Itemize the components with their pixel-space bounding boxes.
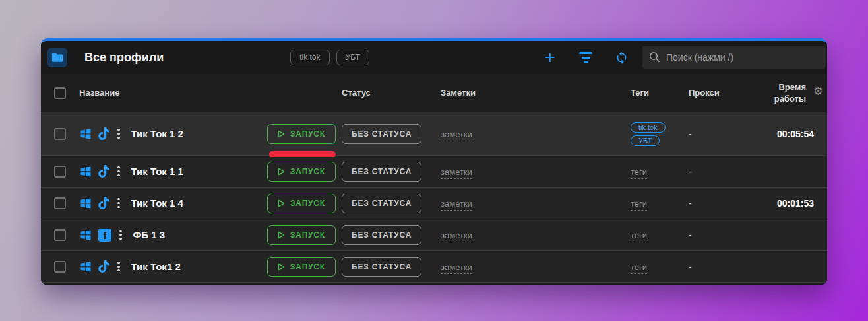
kebab-menu-icon[interactable] [115, 197, 122, 210]
status-button[interactable]: БЕЗ СТАТУСА [342, 124, 421, 144]
notes-link[interactable]: заметки [441, 129, 472, 141]
page-title: Все профили [84, 51, 164, 65]
plus-icon: + [545, 50, 555, 65]
tags-link[interactable]: теги [631, 199, 647, 211]
launch-button[interactable]: ЗАПУСК [267, 162, 336, 182]
kebab-menu-icon[interactable] [115, 260, 122, 273]
header-filter-chips: tik tok УБТ [290, 50, 369, 65]
row-checkbox[interactable] [54, 229, 66, 241]
add-profile-button[interactable]: + [542, 50, 558, 65]
filter-icon [579, 52, 592, 63]
row-checkbox[interactable] [54, 128, 66, 140]
launch-button[interactable]: ЗАПУСК [267, 257, 336, 277]
profile-row-fb-1-3[interactable]: f ФБ 1 3 ЗАПУСК БЕЗ СТАТУСА заметки теги… [41, 219, 827, 251]
header-actions: + [542, 50, 629, 65]
search-box [642, 46, 826, 69]
filter-button[interactable] [578, 50, 594, 65]
column-header-status[interactable]: Статус [342, 88, 441, 98]
refresh-icon [615, 51, 629, 65]
tag-chip-tiktok[interactable]: tik tok [631, 122, 666, 133]
column-header-tags[interactable]: Теги [631, 88, 689, 98]
search-icon [649, 52, 660, 63]
table-header: Название Статус Заметки Теги Прокси Врем… [41, 74, 827, 112]
proxy-value: - [689, 166, 692, 177]
profile-row-tiktok-1-4[interactable]: Тик Ток 1 4 ЗАПУСК БЕЗ СТАТУСА заметки т… [41, 188, 827, 219]
column-header-proxy[interactable]: Прокси [689, 88, 759, 98]
proxy-value: - [689, 262, 692, 272]
work-time: 00:01:53 [759, 198, 827, 209]
folder-button[interactable] [47, 48, 67, 67]
refresh-button[interactable] [613, 50, 629, 65]
proxy-value: - [689, 198, 692, 209]
play-icon [278, 130, 285, 138]
row-checkbox[interactable] [54, 197, 66, 209]
profile-name: Тик Ток 1 4 [131, 197, 183, 209]
play-icon [278, 199, 285, 207]
annotation-underline [269, 151, 336, 157]
profile-row-tiktok-1-1[interactable]: Тик Ток 1 1 ЗАПУСК БЕЗ СТАТУСА заметки т… [41, 156, 827, 188]
windows-icon [79, 197, 92, 210]
launch-button[interactable]: ЗАПУСК [267, 225, 336, 245]
search-input[interactable] [642, 46, 826, 69]
select-all-checkbox[interactable] [54, 87, 66, 99]
tags-link[interactable]: теги [631, 167, 647, 179]
facebook-icon: f [98, 229, 111, 242]
proxy-value: - [689, 129, 692, 139]
windows-icon [79, 165, 92, 178]
proxy-value: - [689, 230, 692, 240]
notes-link[interactable]: заметки [441, 262, 472, 274]
status-button[interactable]: БЕЗ СТАТУСА [342, 257, 421, 277]
row-checkbox[interactable] [54, 261, 66, 273]
folder-icon [51, 52, 63, 63]
kebab-menu-icon[interactable] [117, 229, 124, 242]
windows-icon [79, 127, 92, 141]
launch-button[interactable]: ЗАПУСК [267, 194, 336, 213]
notes-link[interactable]: заметки [441, 167, 472, 179]
filter-chip-ubt[interactable]: УБТ [336, 50, 369, 65]
profile-name: Тик Ток 1 1 [131, 166, 183, 177]
filter-chip-tiktok[interactable]: tik tok [290, 50, 329, 65]
profile-row-tiktok-1-2[interactable]: Тик Ток 1 2 ЗАПУСК БЕЗ СТАТУСА заметки t… [41, 112, 827, 156]
table-settings-gear-icon[interactable]: ⚙ [813, 86, 823, 97]
tiktok-icon [98, 165, 109, 178]
notes-link[interactable]: заметки [441, 199, 472, 211]
kebab-menu-icon[interactable] [115, 127, 122, 141]
play-icon [278, 263, 285, 271]
play-icon [278, 231, 285, 239]
tiktok-icon [98, 197, 109, 209]
windows-icon [79, 260, 92, 273]
row-checkbox[interactable] [54, 166, 66, 178]
windows-icon [79, 229, 92, 242]
panel-header: Все профили tik tok УБТ + [41, 41, 827, 74]
status-button[interactable]: БЕЗ СТАТУСА [342, 162, 421, 182]
tiktok-icon [98, 127, 109, 140]
profile-row-tiktok1-2[interactable]: Тик Ток1 2 ЗАПУСК БЕЗ СТАТУСА заметки те… [41, 251, 827, 283]
launch-button[interactable]: ЗАПУСК [267, 124, 336, 144]
profile-name: ФБ 1 3 [133, 229, 166, 240]
tags-link[interactable]: теги [631, 231, 647, 242]
tags-link[interactable]: теги [631, 262, 647, 274]
profile-name: Тик Ток1 2 [131, 261, 181, 272]
kebab-menu-icon[interactable] [115, 165, 122, 178]
play-icon [278, 168, 285, 176]
column-header-notes[interactable]: Заметки [441, 88, 631, 98]
profiles-panel: Все профили tik tok УБТ + [41, 38, 827, 285]
tiktok-icon [98, 260, 109, 273]
profile-name: Тик Ток 1 2 [131, 128, 183, 139]
notes-link[interactable]: заметки [441, 231, 472, 242]
status-button[interactable]: БЕЗ СТАТУСА [342, 225, 421, 245]
tag-chip-ubt[interactable]: УБТ [631, 135, 660, 146]
work-time: 00:05:54 [759, 129, 827, 139]
column-header-name[interactable]: Название [79, 88, 267, 98]
status-button[interactable]: БЕЗ СТАТУСА [342, 194, 421, 213]
